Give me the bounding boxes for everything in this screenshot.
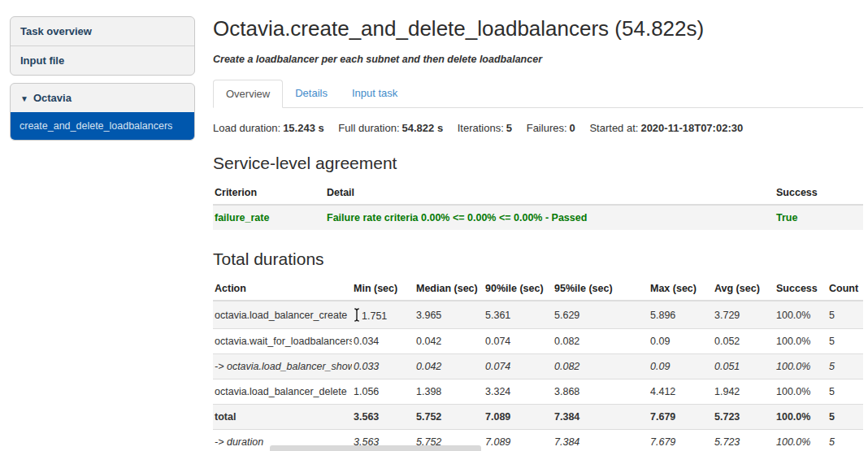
column-header: Count — [827, 277, 863, 301]
table-cell: 5.723 — [713, 405, 775, 430]
column-header: Criterion — [213, 181, 325, 205]
sidebar-item-task-overview[interactable]: Task overview — [11, 17, 194, 46]
table-row: -> octavia.load_balancer_show0.0330.0420… — [213, 354, 863, 379]
table-cell: 1.942 — [713, 379, 775, 405]
table-cell: 7.679 — [649, 430, 713, 451]
table-cell: 7.384 — [553, 430, 649, 451]
durations-heading: Total durations — [213, 249, 863, 269]
sla-heading: Service-level agreement — [213, 154, 863, 173]
table-row: octavia.load_balancer_delete1.0561.3983.… — [213, 379, 863, 405]
table-cell: 0.042 — [414, 329, 484, 354]
table-cell: 0.082 — [553, 329, 649, 354]
sidebar-group-label: Octavia — [33, 92, 72, 104]
column-header: Median (sec) — [414, 277, 484, 301]
column-header: Success — [775, 181, 863, 205]
column-header: Action — [213, 277, 352, 301]
table-cell: 5.629 — [553, 301, 649, 329]
table-cell: 5 — [827, 379, 863, 405]
table-cell: 100.0% — [775, 405, 827, 430]
table-cell: 5 — [827, 430, 863, 451]
table-cell: Failure rate criteria 0.00% <= 0.00% <= … — [325, 205, 775, 230]
sidebar-item-input-file[interactable]: Input file — [11, 46, 194, 75]
table-row: octavia.load_balancer_create1.7513.9655.… — [213, 301, 863, 329]
table-cell: octavia.load_balancer_delete — [213, 379, 352, 405]
table-cell: 0.09 — [649, 329, 713, 354]
table-cell: 0.074 — [484, 329, 553, 354]
durations-table: ActionMin (sec)Median (sec)90%ile (sec)9… — [213, 277, 863, 451]
table-cell: 3.868 — [553, 379, 649, 405]
stat-iterations: Iterations:5 — [458, 122, 512, 134]
stat-full-duration: Full duration:54.822 s — [338, 122, 443, 134]
table-cell: 0.082 — [553, 354, 649, 379]
column-header: Success — [775, 277, 827, 301]
durations-header-row: ActionMin (sec)Median (sec)90%ile (sec)9… — [213, 277, 863, 301]
text-cursor-icon — [354, 308, 360, 322]
sidebar-nav-panel: Task overview Input file — [10, 16, 195, 76]
table-cell: 5.723 — [713, 430, 775, 451]
table-cell: 0.042 — [414, 354, 484, 379]
table-cell: 0.051 — [713, 354, 775, 379]
tab-details[interactable]: Details — [283, 80, 340, 108]
sla-table: CriterionDetailSuccess failure_rateFailu… — [213, 181, 863, 230]
table-cell: True — [775, 205, 863, 230]
table-cell: 5.361 — [484, 301, 553, 329]
table-cell: 3.324 — [484, 379, 553, 405]
table-cell: 3.563 — [352, 405, 414, 430]
table-cell: 5 — [827, 301, 863, 329]
table-cell: 1.751 — [352, 301, 414, 329]
table-cell: 1.056 — [352, 379, 414, 405]
page-title: Octavia.create_and_delete_loadbalancers … — [213, 16, 863, 41]
table-cell: 7.679 — [649, 405, 713, 430]
table-cell: 100.0% — [775, 329, 827, 354]
tab-overview[interactable]: Overview — [213, 80, 283, 108]
sla-row: failure_rateFailure rate criteria 0.00% … — [213, 205, 863, 230]
sidebar: Task overview Input file ▼Octavia create… — [10, 16, 195, 148]
table-cell: 5 — [827, 405, 863, 430]
main-content: Octavia.create_and_delete_loadbalancers … — [195, 0, 868, 451]
table-cell: 3.965 — [414, 301, 484, 329]
table-cell: failure_rate — [213, 205, 325, 230]
stat-failures: Failures:0 — [527, 122, 575, 134]
table-cell: -> octavia.load_balancer_show — [213, 354, 352, 379]
run-stats: Load duration:15.243 s Full duration:54.… — [213, 122, 863, 134]
sidebar-item-create-and-delete-loadbalancers[interactable]: create_and_delete_loadbalancers — [11, 112, 194, 140]
stat-started-at: Started at:2020-11-18T07:02:30 — [589, 122, 743, 134]
table-cell: 5.896 — [649, 301, 713, 329]
table-row: octavia.wait_for_loadbalancers0.0340.042… — [213, 329, 863, 354]
table-cell: 100.0% — [775, 301, 827, 329]
column-header: 95%ile (sec) — [553, 277, 649, 301]
table-cell: 0.052 — [713, 329, 775, 354]
table-cell: 5 — [827, 354, 863, 379]
table-cell: octavia.wait_for_loadbalancers — [213, 329, 352, 354]
column-header: Min (sec) — [352, 277, 414, 301]
table-cell: 0.09 — [649, 354, 713, 379]
table-cell: 100.0% — [775, 430, 827, 451]
table-cell: 5.752 — [414, 405, 484, 430]
table-cell: total — [213, 405, 352, 430]
column-header: 90%ile (sec) — [484, 277, 553, 301]
table-cell: 0.034 — [352, 329, 414, 354]
column-header: Avg (sec) — [713, 277, 775, 301]
table-cell: 0.074 — [484, 354, 553, 379]
sla-header-row: CriterionDetailSuccess — [213, 181, 863, 205]
table-cell: 5 — [827, 329, 863, 354]
table-row: total3.5635.7527.0897.3847.6795.723100.0… — [213, 405, 863, 430]
sidebar-group-octavia[interactable]: ▼Octavia — [11, 84, 194, 112]
table-cell: octavia.load_balancer_create — [213, 301, 352, 329]
table-cell: 1.398 — [414, 379, 484, 405]
tab-input-task[interactable]: Input task — [340, 80, 410, 108]
table-cell: 4.412 — [649, 379, 713, 405]
tab-bar: Overview Details Input task — [213, 80, 863, 108]
stat-load-duration: Load duration:15.243 s — [213, 122, 324, 134]
table-cell: 7.384 — [553, 405, 649, 430]
chevron-down-icon: ▼ — [20, 94, 28, 103]
table-cell: 7.089 — [484, 405, 553, 430]
horizontal-scrollbar-thumb[interactable] — [270, 445, 481, 451]
table-cell: 100.0% — [775, 354, 827, 379]
report-page: Task overview Input file ▼Octavia create… — [0, 0, 868, 451]
column-header: Detail — [325, 181, 775, 205]
table-cell: 3.729 — [713, 301, 775, 329]
sidebar-scenario-panel: ▼Octavia create_and_delete_loadbalancers — [10, 83, 195, 141]
table-cell: 7.089 — [484, 430, 553, 451]
scenario-description: Create a loadbalancer per each subnet an… — [213, 54, 863, 65]
